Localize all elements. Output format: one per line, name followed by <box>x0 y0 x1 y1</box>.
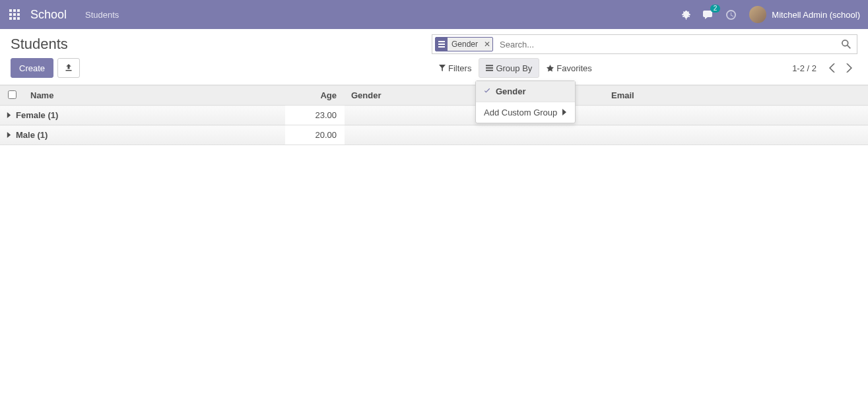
search-input[interactable] <box>496 35 838 53</box>
caret-right-icon <box>7 132 13 138</box>
svg-rect-10 <box>438 44 445 45</box>
avatar <box>749 6 766 23</box>
messaging-icon[interactable]: 2 <box>702 8 715 21</box>
activity-clock-icon[interactable] <box>724 8 737 21</box>
pager-next[interactable] <box>840 59 857 77</box>
groupby-facet-icon <box>436 38 448 51</box>
chat-badge: 2 <box>710 5 721 13</box>
brand-title[interactable]: School <box>30 8 67 22</box>
group-row-male[interactable]: Male (1) 20.00 <box>0 125 868 145</box>
search-bar[interactable]: Gender ✕ <box>432 34 857 54</box>
svg-rect-11 <box>438 46 445 48</box>
group-label: Female (1) <box>16 110 58 120</box>
svg-rect-9 <box>438 41 445 42</box>
caret-right-icon <box>7 112 13 118</box>
facet-remove[interactable]: ✕ <box>482 38 492 51</box>
groupby-option-gender[interactable]: Gender <box>476 81 575 102</box>
svg-rect-1 <box>13 9 16 12</box>
debug-icon[interactable] <box>679 8 692 21</box>
groupby-dropdown: Gender Add Custom Group <box>475 81 576 123</box>
svg-rect-5 <box>17 13 20 16</box>
col-header-name[interactable]: Name <box>24 86 285 106</box>
add-custom-group[interactable]: Add Custom Group <box>476 102 575 123</box>
facet-label: Gender <box>448 38 482 51</box>
group-label: Male (1) <box>16 130 48 140</box>
menu-students[interactable]: Students <box>85 10 119 20</box>
search-facet-gender: Gender ✕ <box>435 37 493 51</box>
col-header-email[interactable]: Email <box>605 86 868 106</box>
groupby-label: Group By <box>496 63 532 73</box>
groupby-option-label: Gender <box>496 86 526 96</box>
chevron-right-icon <box>562 108 567 117</box>
groupby-button[interactable]: Group By <box>479 58 539 78</box>
col-header-age[interactable]: Age <box>285 86 345 106</box>
svg-rect-14 <box>486 70 493 71</box>
apps-icon[interactable] <box>5 5 24 24</box>
export-button[interactable] <box>57 58 80 78</box>
create-button[interactable]: Create <box>11 58 53 78</box>
user-menu[interactable]: Mitchell Admin (school) <box>749 6 860 23</box>
select-all-checkbox[interactable] <box>8 90 17 99</box>
add-custom-group-label: Add Custom Group <box>484 108 557 117</box>
svg-rect-8 <box>17 17 20 20</box>
students-table: Name Age Gender Email Female (1) 23.00 <box>0 85 868 145</box>
svg-rect-13 <box>486 67 493 69</box>
svg-rect-3 <box>9 13 12 16</box>
svg-rect-6 <box>9 17 12 20</box>
username: Mitchell Admin (school) <box>772 10 860 20</box>
filters-button[interactable]: Filters <box>432 58 479 78</box>
col-header-checkbox <box>0 86 24 106</box>
page-title: Students <box>11 34 68 53</box>
top-navbar: School Students 2 Mitchell Admin (school… <box>0 0 868 29</box>
svg-rect-7 <box>13 17 16 20</box>
pager-prev[interactable] <box>823 59 840 77</box>
control-panel: Students Gender ✕ Create <box>0 29 868 85</box>
group-age-agg: 20.00 <box>285 125 345 145</box>
search-icon[interactable] <box>838 40 854 49</box>
filters-label: Filters <box>448 63 471 73</box>
group-age-agg: 23.00 <box>285 106 345 125</box>
check-icon <box>484 86 492 96</box>
group-row-female[interactable]: Female (1) 23.00 <box>0 106 868 125</box>
svg-rect-12 <box>486 65 493 66</box>
svg-rect-4 <box>13 13 16 16</box>
svg-rect-2 <box>17 9 20 12</box>
favorites-button[interactable]: Favorites <box>539 58 599 78</box>
favorites-label: Favorites <box>556 63 591 73</box>
svg-rect-0 <box>9 9 12 12</box>
pager-text[interactable]: 1-2 / 2 <box>792 63 817 73</box>
